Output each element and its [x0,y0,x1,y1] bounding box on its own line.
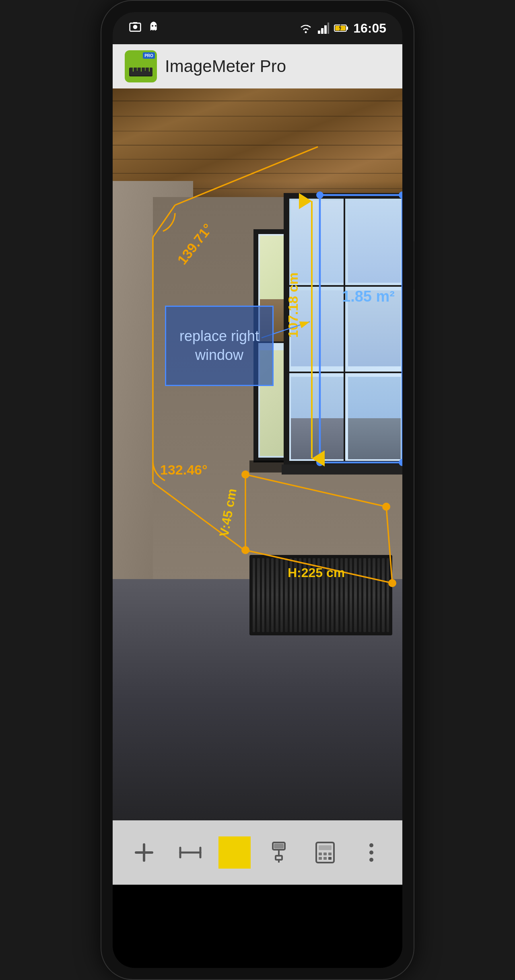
app-bar: PRO ImageMeter Pro [113,44,402,88]
app-logo: PRO [125,50,157,82]
svg-rect-6 [318,31,320,34]
calculator-button[interactable] [307,834,343,871]
svg-point-61 [369,851,373,855]
add-button[interactable] [126,834,162,871]
status-right-icons: 16:05 [299,21,386,36]
svg-rect-57 [319,857,322,860]
svg-rect-11 [346,27,348,30]
toolbar [113,820,402,885]
photo-area[interactable]: 139.71° 132.46° 107.18 cm 1.85 m² [113,88,402,820]
volume-button [414,241,414,290]
svg-rect-54 [319,853,322,855]
svg-rect-55 [323,853,327,855]
svg-point-1 [133,25,138,29]
app-title: ImageMeter Pro [165,57,286,76]
status-left-icons [129,21,161,36]
svg-rect-8 [324,25,327,34]
ghost-icon [148,21,161,36]
svg-point-3 [152,25,153,27]
measure-button[interactable] [172,834,208,871]
svg-rect-51 [276,856,282,860]
color-button[interactable] [218,836,251,869]
svg-rect-58 [323,857,327,860]
svg-text:PRO: PRO [144,53,153,58]
battery-icon [334,23,348,34]
label-box[interactable]: replace right window [165,306,274,386]
logo-svg: PRO [126,51,156,82]
phone-frame: 16:05 PRO [101,0,414,980]
svg-rect-49 [274,844,284,849]
svg-rect-56 [328,853,332,855]
clock: 16:05 [353,21,386,36]
svg-rect-53 [319,845,332,850]
paint-button[interactable] [261,834,297,871]
label-text: replace right window [166,327,272,365]
more-button[interactable] [353,834,389,871]
signal-icon [318,23,329,34]
svg-rect-2 [133,22,138,24]
svg-rect-59 [328,857,332,860]
svg-rect-9 [328,23,329,34]
svg-point-4 [155,25,157,27]
svg-point-60 [369,843,373,847]
wifi-icon [299,23,313,34]
svg-rect-7 [321,28,323,34]
svg-point-5 [305,31,307,33]
photo-icon [129,21,142,36]
svg-point-62 [369,858,373,862]
phone-screen: 16:05 PRO [113,12,402,968]
status-bar: 16:05 [113,12,402,44]
